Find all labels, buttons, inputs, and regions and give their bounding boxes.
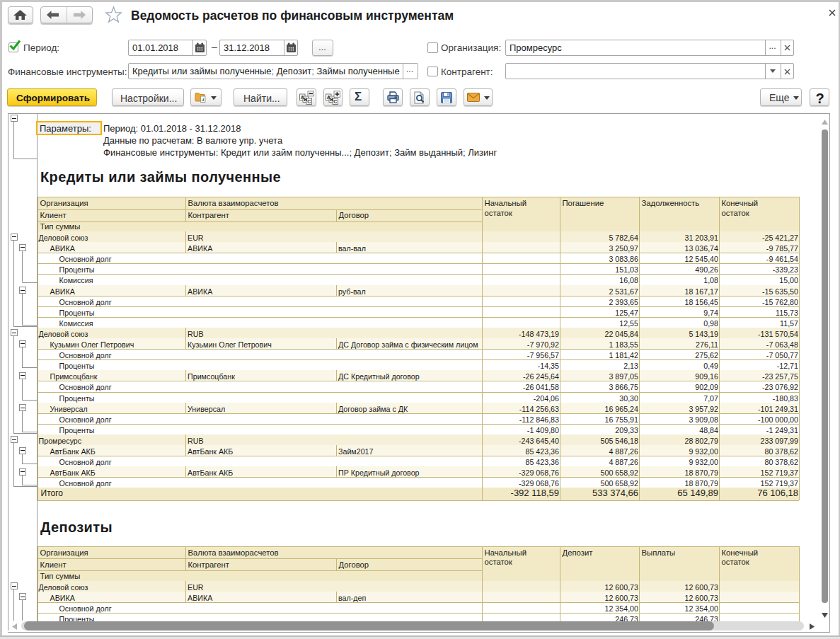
- svg-text:C: C: [307, 99, 311, 104]
- svg-text:C: C: [333, 99, 337, 104]
